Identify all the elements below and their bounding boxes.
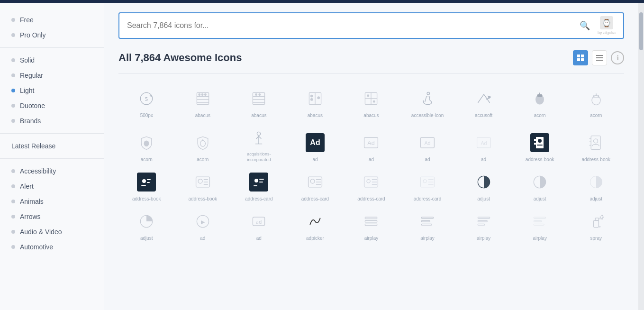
ad-dark-box: Ad	[306, 133, 325, 152]
icon-cell-address-card-dark[interactable]: address-card	[231, 166, 287, 206]
svg-rect-101	[421, 217, 433, 219]
sidebar-item-arrows[interactable]: Arrows	[0, 209, 104, 224]
icon-label-ad-1: ad	[312, 156, 317, 163]
icon-cell-acquisitions[interactable]: acquisitions-incorporated	[231, 122, 287, 166]
svg-point-53	[538, 139, 542, 143]
search-input[interactable]	[127, 21, 576, 30]
icon-cell-adpicker[interactable]: adpicker	[287, 206, 344, 245]
airplay-bars-icon-4	[529, 210, 551, 232]
icon-label-spray: spray	[590, 235, 601, 241]
sidebar-item-latest-release[interactable]: Latest Release	[0, 138, 104, 154]
icon-cell-adjust-dark[interactable]: adjust	[455, 166, 512, 206]
icon-cell-ad-square[interactable]: ad ad	[231, 206, 287, 245]
icon-label-addr-card-1: address-card	[245, 196, 272, 202]
icon-cell-address-book-3[interactable]: address-book	[118, 166, 175, 206]
sidebar-dot-duotone	[11, 104, 15, 108]
icon-cell-brand-circle[interactable]: ▶ ad	[175, 206, 231, 245]
svg-text:Ad: Ad	[310, 138, 320, 146]
icon-cell-address-book-4[interactable]: address-book	[175, 166, 231, 206]
icon-label-acquisitions: acquisitions-incorporated	[247, 152, 271, 163]
svg-rect-55	[534, 139, 536, 141]
sidebar-item-free[interactable]: Free	[0, 12, 104, 27]
svg-point-26	[317, 97, 320, 99]
500px-icon: 5	[136, 88, 157, 109]
svg-point-15	[204, 94, 206, 96]
icon-cell-abacus-2[interactable]: abacus	[231, 83, 287, 122]
pie-quarter-icon	[136, 210, 157, 232]
icon-cell-airplay-2[interactable]: airplay	[399, 206, 456, 245]
icon-cell-acorn-2[interactable]: acorn	[568, 83, 624, 122]
content-header: All 7,864 Awesome Icons ℹ	[118, 50, 624, 65]
sidebar-item-accessibility[interactable]: Accessibility	[0, 164, 104, 179]
svg-point-81	[367, 180, 370, 183]
icon-cell-acorn-4[interactable]: acorn	[175, 122, 231, 166]
abacus-icon-2	[248, 88, 270, 109]
svg-rect-54	[537, 145, 543, 146]
right-scrollbar[interactable]	[638, 3, 644, 310]
sidebar-item-brands[interactable]: Brands	[0, 113, 104, 128]
sidebar-divider-2	[0, 133, 104, 134]
svg-point-76	[310, 179, 315, 183]
sidebar-item-light[interactable]: Light	[0, 83, 104, 98]
icon-cell-pie-quarter[interactable]: adjust	[118, 206, 175, 245]
icon-cell-airplay-1[interactable]: airplay	[343, 206, 399, 245]
icon-cell-abacus-4[interactable]: abacus	[343, 83, 399, 122]
sidebar-item-duotone[interactable]: Duotone	[0, 98, 104, 113]
svg-text:ad: ad	[256, 219, 262, 225]
address-card-icon-3	[417, 171, 438, 193]
airplay-bars-icon-3	[473, 210, 495, 232]
scroll-thumb[interactable]	[639, 12, 643, 50]
icon-cell-acorn-1[interactable]: acorn	[512, 83, 568, 122]
sidebar-item-solid[interactable]: Solid	[0, 53, 104, 68]
icon-cell-spray[interactable]: ✦ spray	[568, 206, 624, 245]
search-bar: 🔍 ⌚ by algolia	[118, 12, 624, 39]
adjust-dark-icon	[473, 171, 495, 193]
sidebar-dot-audio	[11, 230, 15, 234]
icon-cell-500px[interactable]: 5 500px	[118, 83, 175, 122]
icon-cell-abacus-1[interactable]: abacus	[175, 83, 231, 122]
sidebar-item-animals[interactable]: Animals	[0, 194, 104, 209]
icon-cell-abacus-3[interactable]: abacus	[287, 83, 344, 122]
icon-cell-adjust-light[interactable]: adjust	[568, 166, 624, 206]
search-icon: 🔍	[580, 20, 590, 31]
grid-view-button[interactable]	[573, 50, 588, 65]
list-view-button[interactable]	[592, 50, 607, 65]
icon-cell-address-card-3[interactable]: address-card	[399, 166, 456, 206]
svg-point-24	[310, 95, 313, 97]
svg-rect-106	[478, 224, 484, 226]
accusoft-icon	[473, 88, 495, 109]
icon-cell-address-card-outline[interactable]: address-card	[287, 166, 344, 206]
icon-cell-accusoft[interactable]: accusoft	[455, 83, 512, 122]
icon-cell-ad-dark[interactable]: Ad ad	[287, 122, 344, 166]
sidebar-dot-light	[11, 89, 15, 92]
icon-label-ad-2: ad	[369, 156, 374, 163]
svg-point-114	[600, 217, 601, 218]
icon-cell-adjust-outline[interactable]: adjust	[512, 166, 568, 206]
icon-label-addr-book-2: address-book	[581, 156, 610, 163]
icon-label-addr-book-1: address-book	[526, 156, 554, 163]
ad-outline-icon-2: Ad	[417, 132, 438, 154]
addr-book-dark-box	[530, 133, 549, 152]
sidebar-item-alert[interactable]: Alert	[0, 179, 104, 194]
addr-card-dark-box	[249, 173, 268, 191]
icon-cell-address-book-dark[interactable]: address-book	[512, 122, 568, 166]
icon-label-addr-card-4: address-card	[414, 196, 441, 202]
svg-point-37	[592, 96, 600, 105]
sidebar-item-audio-video[interactable]: Audio & Video	[0, 224, 104, 239]
svg-point-43	[257, 132, 261, 135]
icon-cell-address-book-outline[interactable]: address-book	[568, 122, 624, 166]
sidebar-item-regular[interactable]: Regular	[0, 68, 104, 83]
info-button[interactable]: ℹ	[611, 51, 624, 64]
icon-cell-ad-light[interactable]: Ad ad	[455, 122, 512, 166]
icon-cell-accessible[interactable]: accessible-icon	[399, 83, 456, 122]
icon-cell-acorn-3[interactable]: acorn	[118, 122, 175, 166]
icon-cell-address-card-2[interactable]: address-card	[343, 166, 399, 206]
sidebar-item-pro-only[interactable]: Pro Only	[0, 27, 104, 43]
icon-label-acorn-2: acorn	[590, 112, 602, 119]
icon-cell-airplay-3[interactable]: airplay	[455, 206, 512, 245]
sidebar-item-automotive[interactable]: Automotive	[0, 239, 104, 255]
svg-rect-109	[534, 224, 544, 226]
icon-cell-airplay-4[interactable]: airplay	[512, 206, 568, 245]
icon-cell-ad-outline-1[interactable]: Ad ad	[343, 122, 399, 166]
icon-cell-ad-outline-2[interactable]: Ad ad	[399, 122, 456, 166]
